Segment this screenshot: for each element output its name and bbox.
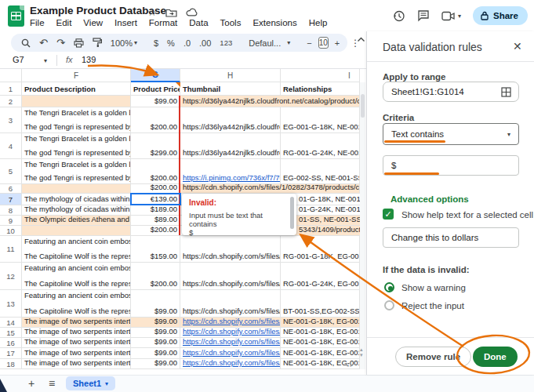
- row-number-3[interactable]: 3: [0, 107, 22, 133]
- cell-thumbnail[interactable]: https://cdn.shopify.com/s/files/1/0: [180, 328, 281, 338]
- row-number-9[interactable]: 9: [0, 216, 22, 226]
- video-call-dropdown-icon[interactable]: ▾: [458, 13, 461, 20]
- comment-history-icon[interactable]: [417, 9, 430, 22]
- menu-item-tools[interactable]: Tools: [220, 18, 242, 27]
- menu-item-insert[interactable]: Insert: [114, 18, 137, 27]
- cell-thumbnail[interactable]: https://cdn.shopify.com/s/files/1/0: [180, 338, 281, 348]
- cell-thumbnail[interactable]: https://cdn.shopify.com/s/files/1/0: [180, 359, 281, 369]
- font-size-input[interactable]: 10: [318, 37, 329, 49]
- search-icon[interactable]: [21, 38, 31, 48]
- cell-relationships[interactable]: 01-G-18K, NE-001-G: [296, 194, 360, 205]
- row-number-16[interactable]: 16: [0, 338, 22, 348]
- reject-input-radio[interactable]: [384, 300, 394, 310]
- cell-description[interactable]: The image of two serpents intertwir: [22, 348, 131, 359]
- cell-price[interactable]: $189.00: [131, 205, 180, 216]
- vertical-scrollbar[interactable]: [360, 82, 365, 369]
- collapse-toolbar-icon[interactable]: [357, 37, 365, 42]
- font-select[interactable]: Defaul... ▾: [249, 38, 290, 48]
- cell-price[interactable]: $200.00: [131, 107, 180, 133]
- cell-description[interactable]: The image of two serpents intertwir: [22, 359, 131, 369]
- row-number-17[interactable]: 17: [0, 348, 22, 359]
- row-number-6[interactable]: 6: [0, 184, 22, 194]
- menu-item-file[interactable]: File: [30, 18, 45, 27]
- cell-relationships[interactable]: RG-001-G-18K, EG-001-: [281, 236, 360, 263]
- cell-relationships[interactable]: BT-001-SS,EG-002-SS,: [281, 290, 360, 318]
- cell-description[interactable]: The image of two serpents intertwir: [22, 318, 131, 328]
- paint-format-icon[interactable]: [93, 38, 102, 48]
- menu-item-help[interactable]: Help: [309, 18, 328, 27]
- font-size-increase-button[interactable]: +: [335, 38, 340, 48]
- cell-price[interactable]: $99.00: [131, 338, 180, 348]
- range-input[interactable]: Sheet1!G1:G1014: [383, 82, 519, 102]
- move-folder-icon[interactable]: [165, 8, 177, 17]
- cell-description[interactable]: The Tengri Bracelet is a golden barThe g…: [22, 159, 131, 184]
- cell-description[interactable]: [22, 96, 131, 107]
- sheet-tab-menu-icon[interactable]: ▾: [105, 380, 108, 387]
- h-scrollbar-arrows[interactable]: ◂ ▸: [346, 362, 353, 368]
- help-text-checkbox[interactable]: ✓: [383, 209, 394, 220]
- cell-thumbnail[interactable]: https://cdn.shopify.com/s/files/1/0: [180, 236, 281, 263]
- cell-thumbnail-overflow[interactable]: https://d36lya442njlk5.cloudfront.net/ca…: [180, 96, 360, 107]
- column-header-I[interactable]: I: [281, 69, 360, 82]
- menu-item-data[interactable]: Data: [189, 18, 208, 27]
- cell-relationships[interactable]: NE-001-G-18K, EG-001-: [281, 328, 360, 338]
- formula-input[interactable]: 139: [82, 55, 96, 64]
- column-header-H[interactable]: H: [180, 69, 281, 82]
- version-history-icon[interactable]: [392, 9, 405, 23]
- cell-description[interactable]: The Olympic deities Athena and Ze: [22, 216, 131, 226]
- remove-rule-button[interactable]: Remove rule: [395, 347, 471, 367]
- advanced-options-toggle[interactable]: Advanced options: [391, 194, 469, 204]
- done-button[interactable]: Done: [473, 347, 518, 367]
- row-number-10[interactable]: 10: [0, 226, 22, 236]
- cell-price[interactable]: Product Price: [131, 82, 180, 96]
- row-number-12[interactable]: 12: [0, 263, 22, 290]
- cell-relationships[interactable]: NE-001-G-18K, EG-001-: [281, 318, 360, 328]
- row-number-2[interactable]: 2: [0, 96, 22, 107]
- cell-description[interactable]: The Tengri Bracelet is a golden barThe g…: [22, 107, 131, 133]
- cell-relationships[interactable]: NE-001-G-18K, EG-001-: [281, 338, 360, 348]
- row-number-11[interactable]: 11: [0, 236, 22, 263]
- scrollbar-arrows[interactable]: ▴▾: [360, 347, 363, 358]
- column-header-G[interactable]: G: [131, 69, 180, 82]
- cell-relationships[interactable]: NE-001-G-18K, EG-001-: [281, 348, 360, 359]
- cell-thumbnail[interactable]: https://cdn.shopify.com/s/files/1/0: [180, 290, 281, 318]
- all-sheets-button[interactable]: ≡: [49, 377, 55, 390]
- star-icon[interactable]: ☆: [147, 6, 157, 18]
- row-number-1[interactable]: 1: [0, 82, 22, 96]
- menu-item-edit[interactable]: Edit: [56, 18, 72, 27]
- cell-price[interactable]: $299.00: [131, 133, 180, 159]
- document-title[interactable]: Example Product Database: [30, 5, 166, 16]
- column-header-F[interactable]: F: [22, 69, 131, 82]
- cell-price[interactable]: $200.00: [131, 226, 180, 236]
- cell-thumbnail[interactable]: https://d36lya442njlk5.cloudfront.: [180, 107, 281, 133]
- cell-description[interactable]: The image of two serpents intertwir: [22, 338, 131, 348]
- name-box[interactable]: G7: [13, 55, 24, 64]
- cell-description[interactable]: The image of two serpents intertwir: [22, 328, 131, 338]
- cell-description[interactable]: The Tengri Bracelet is a golden barThe g…: [22, 133, 131, 159]
- cell-price[interactable]: $200.00: [131, 159, 180, 184]
- select-range-icon[interactable]: [501, 87, 511, 97]
- menu-item-format[interactable]: Format: [149, 18, 177, 27]
- undo-icon[interactable]: ↶: [39, 37, 48, 49]
- cell-price[interactable]: $99.00: [131, 318, 180, 328]
- cell-thumbnail-overflow[interactable]: https://cdn.shopify.com/s/files/1/0282/3…: [180, 184, 360, 194]
- row-number-7[interactable]: 7: [0, 194, 22, 205]
- cell-relationships[interactable]: 01-SS, NE-001-SS,: [296, 216, 360, 226]
- cell-description[interactable]: [22, 226, 131, 236]
- cell-thumbnail[interactable]: https://d36lya442njlk5.cloudfront.: [180, 133, 281, 159]
- row-number-4[interactable]: 4: [0, 133, 22, 159]
- cell-relationships[interactable]: 01-G-24K, NE-001-G: [296, 205, 360, 216]
- cell-price[interactable]: $99.00: [131, 290, 180, 318]
- format-percent-button[interactable]: %: [167, 38, 175, 48]
- cell-description[interactable]: Featuring an ancient coin embosseThe Cap…: [22, 290, 131, 318]
- cell-thumbnail[interactable]: https://cdn.shopify.com/s/files/1/0: [180, 318, 281, 328]
- row-number-14[interactable]: 14: [0, 318, 22, 328]
- menu-item-view[interactable]: View: [83, 18, 103, 27]
- cell-description[interactable]: Featuring an ancient coin embosseThe Cap…: [22, 236, 131, 263]
- cell-relationships[interactable]: RG-001-G-24K, EG-001-: [281, 263, 360, 290]
- cell-thumbnail[interactable]: https://cdn.shopify.com/s/files/1/0: [180, 263, 281, 290]
- row-number-5[interactable]: 5: [0, 159, 22, 184]
- cell-description[interactable]: [22, 184, 131, 194]
- cell-price[interactable]: $99.00: [131, 348, 180, 359]
- row-number-18[interactable]: 18: [0, 359, 22, 369]
